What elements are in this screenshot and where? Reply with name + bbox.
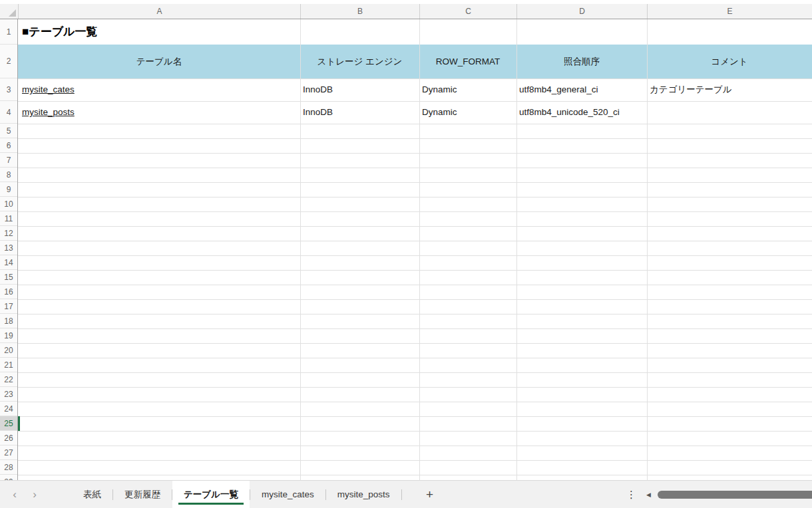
gridline-horizontal — [18, 372, 812, 373]
next-sheet-button[interactable]: › — [29, 488, 40, 501]
gridline-horizontal — [18, 358, 812, 358]
row-header-22[interactable]: 22 — [0, 372, 17, 387]
gridline-horizontal — [18, 168, 812, 168]
sheet-tab-label: テーブル一覧 — [184, 489, 238, 501]
table-data-cell[interactable]: utf8mb4_unicode_520_ci — [519, 101, 620, 124]
sheet-title-cell[interactable]: ■テーブル一覧 — [22, 19, 97, 45]
row-header-28[interactable]: 28 — [0, 460, 17, 475]
row-header-14[interactable]: 14 — [0, 255, 17, 270]
row-header-strip: 1234567891011121314151617181920212223242… — [0, 19, 18, 480]
select-all-triangle-icon — [9, 9, 16, 17]
row-header-16[interactable]: 16 — [0, 285, 17, 299]
row-header-3[interactable]: 3 — [0, 78, 17, 101]
table-data-cell[interactable]: InnoDB — [303, 78, 333, 101]
gridline-horizontal — [18, 211, 812, 212]
row-header-21[interactable]: 21 — [0, 358, 17, 372]
row-header-25[interactable]: 25 — [0, 416, 17, 431]
sheet-tab-テーブル一覧[interactable]: テーブル一覧 — [172, 481, 250, 508]
row-header-2[interactable]: 2 — [0, 45, 17, 78]
hscroll-left-arrow-icon[interactable]: ◀ — [646, 491, 651, 498]
gridline-horizontal — [18, 475, 812, 475]
column-header-E[interactable]: E — [647, 4, 812, 19]
row-header-11[interactable]: 11 — [0, 211, 17, 226]
row-header-12[interactable]: 12 — [0, 226, 17, 241]
gridline-horizontal — [18, 460, 812, 461]
table-header-row[interactable]: テーブル名ストレージ エンジンROW_FORMAT照合順序コメント — [18, 45, 812, 78]
row-header-10[interactable]: 10 — [0, 197, 17, 211]
gridline-horizontal — [18, 402, 812, 402]
gridline-horizontal — [18, 343, 812, 344]
sheet-tab-更新履歴[interactable]: 更新履歴 — [113, 481, 172, 508]
sheet-tab-label: mysite_posts — [337, 489, 390, 499]
active-cell-indicator — [18, 416, 20, 431]
row-header-1[interactable]: 1 — [0, 19, 17, 45]
sheet-menu-dots-icon[interactable]: ⋮ — [626, 481, 636, 508]
prev-sheet-button[interactable]: ‹ — [9, 488, 20, 501]
sheet-tab-mysite_posts[interactable]: mysite_posts — [326, 481, 401, 508]
sheet-tab-bar: ‹ › 表紙更新履歴テーブル一覧mysite_catesmysite_posts… — [0, 480, 812, 508]
row-header-4[interactable]: 4 — [0, 101, 17, 124]
gridline-horizontal — [18, 182, 812, 183]
gridline-horizontal — [18, 101, 812, 102]
row-header-20[interactable]: 20 — [0, 343, 17, 358]
column-header-C[interactable]: C — [419, 4, 516, 19]
table-data-cell[interactable]: InnoDB — [303, 101, 333, 124]
gridline-vertical — [516, 19, 517, 480]
gridline-horizontal — [18, 153, 812, 154]
row-header-6[interactable]: 6 — [0, 138, 17, 153]
row-header-7[interactable]: 7 — [0, 153, 17, 168]
row-header-13[interactable]: 13 — [0, 241, 17, 255]
tab-divider — [401, 489, 402, 500]
row-header-8[interactable]: 8 — [0, 168, 17, 182]
row-header-27[interactable]: 27 — [0, 445, 17, 460]
row-header-24[interactable]: 24 — [0, 402, 17, 416]
gridline-horizontal — [18, 431, 812, 432]
spreadsheet-window: ABCDE 1234567891011121314151617181920212… — [0, 0, 812, 508]
gridline-horizontal — [18, 138, 812, 139]
table-data-cell[interactable]: utf8mb4_general_ci — [519, 78, 598, 101]
column-header-D[interactable]: D — [516, 4, 647, 19]
gridline-vertical — [647, 19, 648, 480]
add-sheet-button[interactable]: + — [422, 487, 438, 502]
row-header-17[interactable]: 17 — [0, 299, 17, 314]
gridline-vertical — [419, 19, 420, 480]
table-header-cell[interactable]: コメント — [647, 45, 812, 78]
table-header-cell[interactable]: ストレージ エンジン — [300, 45, 419, 78]
gridline-horizontal — [18, 255, 812, 256]
horizontal-scrollbar-thumb[interactable] — [658, 491, 812, 499]
gridline-horizontal — [18, 328, 812, 329]
table-header-cell[interactable]: ROW_FORMAT — [419, 45, 516, 78]
gridline-horizontal — [18, 226, 812, 227]
sheet-tab-表紙[interactable]: 表紙 — [72, 481, 112, 508]
sheet-tabs: 表紙更新履歴テーブル一覧mysite_catesmysite_posts — [72, 481, 402, 508]
gridline-horizontal — [18, 416, 812, 417]
row-header-23[interactable]: 23 — [0, 387, 17, 402]
cell-grid[interactable]: ■テーブル一覧 テーブル名ストレージ エンジンROW_FORMAT照合順序コメン… — [18, 19, 812, 480]
gridline-vertical — [300, 19, 301, 480]
gridline-horizontal — [18, 299, 812, 300]
row-header-19[interactable]: 19 — [0, 328, 17, 343]
row-header-18[interactable]: 18 — [0, 314, 17, 328]
active-tab-underline — [178, 503, 244, 505]
row-header-15[interactable]: 15 — [0, 270, 17, 285]
column-header-B[interactable]: B — [300, 4, 419, 19]
sheet-tab-mysite_cates[interactable]: mysite_cates — [250, 481, 325, 508]
table-data-cell[interactable]: Dynamic — [422, 101, 457, 124]
table-header-cell[interactable]: テーブル名 — [18, 45, 300, 78]
sheet-tab-label: 更新履歴 — [124, 489, 160, 501]
select-all-corner[interactable] — [0, 4, 18, 19]
row-header-5[interactable]: 5 — [0, 124, 17, 138]
gridline-horizontal — [18, 445, 812, 446]
sheet-tab-label: mysite_cates — [262, 489, 314, 499]
table-header-cell[interactable]: 照合順序 — [516, 45, 647, 78]
row-header-29[interactable]: 29 — [0, 475, 17, 480]
row-header-9[interactable]: 9 — [0, 182, 17, 197]
table-data-cell[interactable]: カテゴリーテーブル — [650, 78, 732, 101]
gridline-horizontal — [18, 314, 812, 315]
table-name-link[interactable]: mysite_cates — [22, 78, 75, 101]
table-data-cell[interactable]: Dynamic — [422, 78, 457, 101]
table-name-link[interactable]: mysite_posts — [22, 101, 75, 124]
sheet-tab-label: 表紙 — [83, 489, 101, 501]
row-header-26[interactable]: 26 — [0, 431, 17, 445]
column-header-A[interactable]: A — [18, 4, 300, 19]
